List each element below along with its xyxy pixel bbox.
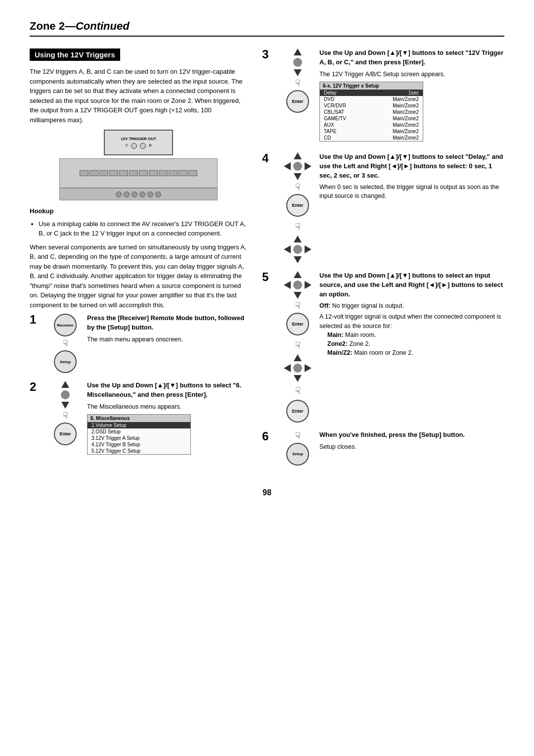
intro-para-1: The 12V triggers A, B, and C can be used… xyxy=(30,67,247,125)
hand-pointer-4a-icon: ☟ xyxy=(295,182,301,192)
screen-step2-title: 6. Miscellaneous xyxy=(88,415,190,422)
step-5-text: Use the Up and Down [▲]/[▼] buttons to s… xyxy=(319,271,504,357)
left-arrow-4b-icon xyxy=(284,245,291,253)
section-title: Using the 12V Triggers xyxy=(30,48,120,61)
zone2-label: Zone2: xyxy=(327,340,348,347)
down-arrow-5b-icon xyxy=(294,375,302,382)
nav-arrows-step4b xyxy=(284,236,312,263)
page-header: Zone 2—Continued xyxy=(30,20,504,37)
screen-row-sel: 1.Volume Setup xyxy=(88,422,190,428)
step-6-text: When you've finished, press the [Setup] … xyxy=(319,430,504,451)
page-title: Zone 2—Continued xyxy=(30,20,130,32)
step-4-visual: ☟ Enter ☟ xyxy=(281,152,314,263)
down-arrow-icon xyxy=(61,402,69,409)
hand-pointer-5c-icon: ☟ xyxy=(295,385,301,396)
step-3-body: The 12V Trigger A/B/C Setup screen appea… xyxy=(319,70,504,79)
step-2-text: Use the Up and Down [▲]/[▼] buttons to s… xyxy=(87,381,247,458)
down-arrow-4-icon xyxy=(294,173,302,180)
nav-center-icon xyxy=(61,390,70,399)
down-arrow-5-icon xyxy=(294,292,302,299)
screen-row-4: 5.12V Trigger C Setup xyxy=(88,448,190,454)
up-arrow-3-icon xyxy=(294,48,302,55)
right-arrow-5-icon xyxy=(305,281,312,289)
right-column: 3 ☟ Enter Use the Up and Down [▲]/[▼] bu… xyxy=(262,48,504,473)
receiver-button: Receiver xyxy=(54,314,77,336)
off-label: Off: xyxy=(319,302,330,309)
step-5-header: Use the Up and Down [▲]/[▼] buttons to s… xyxy=(319,271,504,299)
screen3-row-tape: TAPE Main/Zone2 xyxy=(320,128,423,135)
nav-arrows-step5 xyxy=(284,271,312,299)
nav-center-5b-icon xyxy=(293,364,302,373)
step-5: 5 ☟ Enter ☟ ☟ xyxy=(262,271,504,423)
step-5-mainz2: Main/Z2: Main room or Zone 2. xyxy=(327,348,504,357)
main-label: Main: xyxy=(327,331,344,338)
step-4-header: Use the Up and Down [▲]/[▼] buttons to s… xyxy=(319,152,504,181)
screen3-row-cd: CD Main/Zone2 xyxy=(320,135,423,141)
step-1-text: Press the [Receiver] Remote Mode button,… xyxy=(87,314,247,344)
nav-arrows-step4 xyxy=(284,152,312,180)
hookup-title: Hookup xyxy=(30,206,247,216)
down-arrow-4b-icon xyxy=(294,256,302,263)
up-arrow-5-icon xyxy=(294,271,302,278)
hand-pointer-5a-icon: ☟ xyxy=(295,300,301,311)
screen-row-2: 3.12V Trigger A Setup xyxy=(88,435,190,441)
screen3-row-aux: AUX Main/Zone2 xyxy=(320,122,423,128)
nav-center-4-icon xyxy=(293,162,302,171)
screen3-row-dvd: DVD Main/Zone2 xyxy=(320,96,423,102)
nav-arrows-step2 xyxy=(51,381,79,409)
hookup-list: Use a miniplug cable to connect the AV r… xyxy=(39,219,247,238)
up-arrow-4b-icon xyxy=(294,236,302,242)
right-arrow-4-icon xyxy=(305,162,312,170)
down-arrow-3-icon xyxy=(294,69,302,76)
enter-button-step3: Enter xyxy=(286,90,309,113)
right-arrow-4b-icon xyxy=(305,245,312,253)
enter-button-step5b: Enter xyxy=(286,400,309,423)
nav-center-4b-icon xyxy=(293,245,302,254)
step-5-off: Off: No trigger signal is output. xyxy=(319,301,504,310)
enter-button-step5a: Enter xyxy=(286,313,309,335)
screen-row-1: 2.OSD Setup xyxy=(88,428,190,435)
step-2-header: Use the Up and Down [▲]/[▼] buttons to s… xyxy=(87,381,247,400)
nav-arrows-step5b xyxy=(284,354,312,382)
left-arrow-4-icon xyxy=(284,162,291,170)
step-2-visual: ☟ Enter xyxy=(48,381,82,445)
step-4-text: Use the Up and Down [▲]/[▼] buttons to s… xyxy=(319,152,504,201)
step-6-visual: ☟ Setup xyxy=(281,430,314,466)
right-arrow-5b-icon xyxy=(305,364,312,372)
up-arrow-icon xyxy=(61,381,69,388)
screen3-row-vcr: VCR/DVR Main/Zone2 xyxy=(320,102,423,109)
step-3-visual: ☟ Enter xyxy=(281,48,314,113)
hand-pointer-3-icon: ☟ xyxy=(295,78,301,89)
hand-pointer-icon: ☟ xyxy=(63,338,68,349)
step-2: 2 ☟ Enter Use the Up and Down [▲]/[▼] bu… xyxy=(30,381,247,458)
intro-para-4: When several components are turned on si… xyxy=(30,242,247,310)
step-1: 1 Receiver ☟ Setup Press the [Receiver] … xyxy=(30,314,247,373)
screen-step3-title: 6-x. 12V Trigger x Setup xyxy=(320,82,423,90)
mainz2-label: Main/Z2: xyxy=(327,349,353,356)
step-6-header: When you've finished, press the [Setup] … xyxy=(319,430,504,440)
step-4-number: 4 xyxy=(262,152,276,164)
step-4: 4 ☟ Enter ☟ xyxy=(262,152,504,263)
screen3-row-delay: Delay 1sec xyxy=(320,90,423,96)
step-5-zone2: Zone2: Zone 2. xyxy=(327,339,504,348)
hand-pointer-2-icon: ☟ xyxy=(63,410,68,421)
step-6-body: Setup closes. xyxy=(319,442,504,451)
step-1-number: 1 xyxy=(30,314,44,326)
nav-center-3-icon xyxy=(293,58,302,67)
left-arrow-5b-icon xyxy=(284,364,291,372)
screen-step3: 6-x. 12V Trigger x Setup Delay 1sec DVD … xyxy=(319,82,423,142)
step-5-number: 5 xyxy=(262,271,276,283)
step-3-number: 3 xyxy=(262,48,276,60)
trigger-diagram: 12V TRIGGER OUT C B xyxy=(30,130,247,200)
step-4-body: When 0 sec is selected, the trigger sign… xyxy=(319,183,504,200)
nav-arrows-step3 xyxy=(284,48,312,76)
step-5-main: Main: Main room. xyxy=(327,331,504,339)
up-arrow-4-icon xyxy=(294,152,302,159)
step-2-number: 2 xyxy=(30,381,44,393)
nav-center-5-icon xyxy=(293,281,302,289)
screen3-row-game: GAME/TV Main/Zone2 xyxy=(320,115,423,122)
up-arrow-5b-icon xyxy=(294,354,302,361)
step-1-visual: Receiver ☟ Setup xyxy=(48,314,82,373)
step-5-visual: ☟ Enter ☟ ☟ Enter xyxy=(281,271,314,423)
setup-button-step6: Setup xyxy=(286,443,309,466)
